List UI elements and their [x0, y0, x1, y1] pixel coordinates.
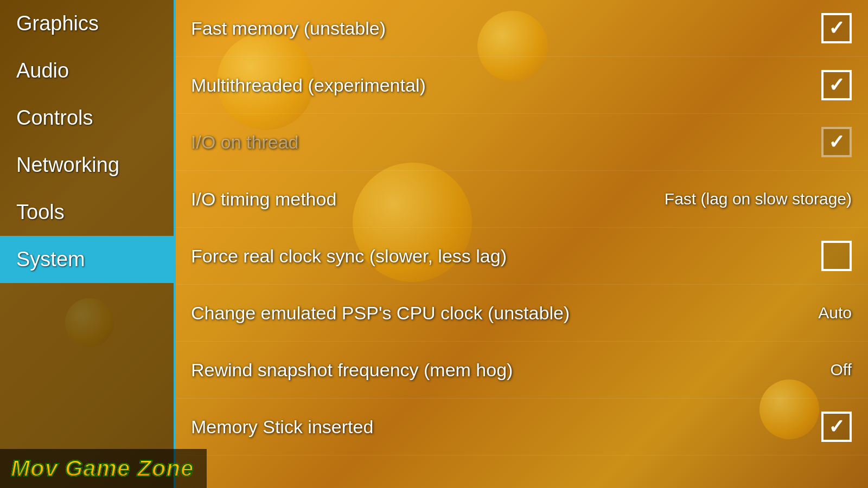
setting-multithreaded[interactable]: Multithreaded (experimental) — [176, 57, 868, 114]
setting-value-cpu-clock: Auto — [818, 304, 852, 322]
checkbox-memory-stick[interactable] — [821, 412, 852, 442]
sidebar-item-controls[interactable]: Controls — [0, 94, 174, 142]
setting-cpu-clock[interactable]: Change emulated PSP's CPU clock (unstabl… — [176, 285, 868, 342]
setting-label-multithreaded: Multithreaded (experimental) — [191, 75, 426, 96]
sidebar-item-graphics[interactable]: Graphics — [0, 0, 174, 47]
setting-label-io-timing: I/O timing method — [191, 189, 336, 210]
sidebar-item-tools[interactable]: Tools — [0, 189, 174, 236]
sidebar-divider — [174, 0, 176, 488]
setting-io-timing[interactable]: I/O timing method Fast (lag on slow stor… — [176, 171, 868, 228]
setting-label-fast-memory: Fast memory (unstable) — [191, 18, 386, 39]
sidebar-item-audio[interactable]: Audio — [0, 47, 174, 94]
sidebar-item-system[interactable]: System — [0, 236, 174, 283]
sidebar: Graphics Audio Controls Networking Tools… — [0, 0, 174, 488]
setting-io-on-thread[interactable]: I/O on thread — [176, 114, 868, 171]
checkbox-io-on-thread[interactable] — [821, 127, 852, 157]
setting-value-rewind: Off — [831, 361, 852, 379]
setting-label-cpu-clock: Change emulated PSP's CPU clock (unstabl… — [191, 303, 570, 324]
checkbox-fast-memory[interactable] — [821, 13, 852, 43]
setting-label-rewind: Rewind snapshot frequency (mem hog) — [191, 359, 513, 381]
sidebar-item-networking[interactable]: Networking — [0, 142, 174, 189]
checkbox-force-clock[interactable] — [821, 241, 852, 271]
setting-rewind[interactable]: Rewind snapshot frequency (mem hog) Off — [176, 342, 868, 399]
setting-label-io-on-thread: I/O on thread — [191, 132, 298, 153]
setting-fast-memory[interactable]: Fast memory (unstable) — [176, 0, 868, 57]
setting-memory-stick[interactable]: Memory Stick inserted — [176, 399, 868, 455]
setting-force-clock[interactable]: Force real clock sync (slower, less lag) — [176, 228, 868, 285]
setting-label-memory-stick: Memory Stick inserted — [191, 416, 373, 438]
setting-value-io-timing: Fast (lag on slow storage) — [665, 190, 852, 208]
branding-banner: Mov Game Zone — [0, 449, 207, 488]
setting-label-force-clock: Force real clock sync (slower, less lag) — [191, 246, 507, 267]
checkbox-multithreaded[interactable] — [821, 70, 852, 100]
settings-panel: Fast memory (unstable) Multithreaded (ex… — [176, 0, 868, 488]
branding-text: Mov Game Zone — [11, 455, 194, 481]
